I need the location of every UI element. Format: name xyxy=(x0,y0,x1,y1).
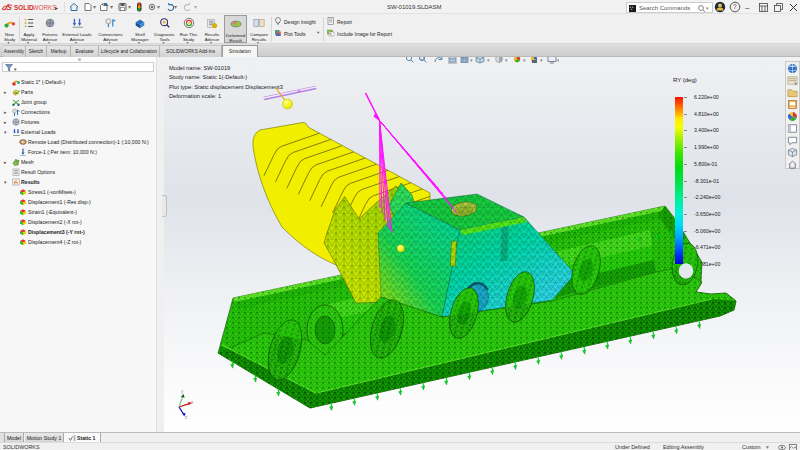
svg-text:▾: ▾ xyxy=(487,57,490,63)
svg-text:▾: ▾ xyxy=(505,57,508,63)
svg-text:▾: ▾ xyxy=(557,57,559,63)
svg-text:SOLID: SOLID xyxy=(14,4,34,11)
svg-text:▾: ▾ xyxy=(110,4,113,10)
svg-text:▾: ▾ xyxy=(174,4,177,10)
svg-text:z: z xyxy=(185,415,188,420)
svg-text:y: y xyxy=(181,389,184,394)
svg-text:▾: ▾ xyxy=(128,4,131,10)
svg-text:x: x xyxy=(191,400,194,405)
svg-text:▾: ▾ xyxy=(93,4,96,10)
svg-text:WORKS: WORKS xyxy=(33,4,57,11)
svg-text:𝑑S: 𝑑S xyxy=(2,3,13,12)
svg-text:?: ? xyxy=(733,3,737,10)
svg-text:▾: ▾ xyxy=(157,4,160,10)
svg-text:▾: ▾ xyxy=(470,57,473,63)
svg-text:▾: ▾ xyxy=(194,4,197,10)
svg-text:▾: ▾ xyxy=(540,57,543,63)
svg-text:▾: ▾ xyxy=(523,57,526,63)
